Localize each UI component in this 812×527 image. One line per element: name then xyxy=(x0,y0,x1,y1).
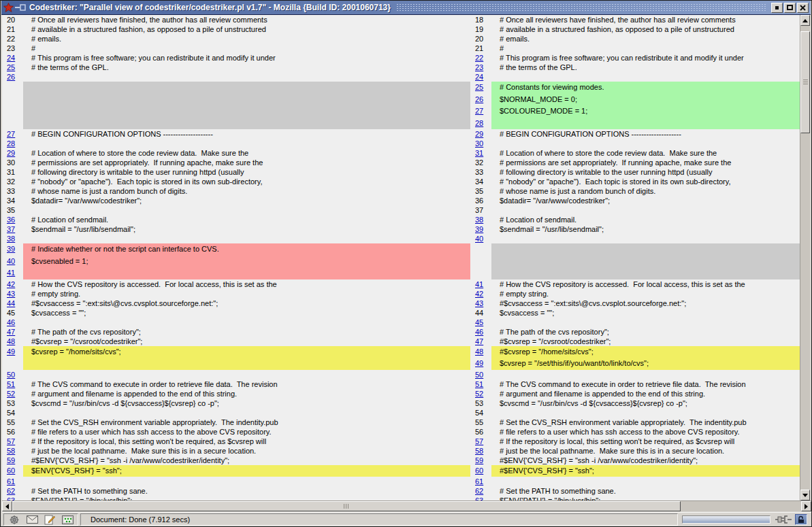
line-number-link[interactable]: 29 xyxy=(2,148,23,158)
line-number-link[interactable]: 25 xyxy=(470,82,491,94)
line-number-link[interactable]: 47 xyxy=(2,327,23,337)
line-number-link[interactable]: 50 xyxy=(2,370,23,379)
scroll-up-button[interactable] xyxy=(800,15,810,26)
diff-row: 45$cvsaccess = ""; xyxy=(2,308,470,318)
line-number-link[interactable]: 36 xyxy=(2,215,23,224)
horizontal-scrollbar[interactable] xyxy=(2,500,811,511)
line-number-link[interactable]: 59 xyxy=(2,456,23,465)
line-number-link[interactable]: 30 xyxy=(470,139,491,148)
line-number-link[interactable]: 62 xyxy=(470,486,491,496)
line-number-link[interactable]: 26 xyxy=(470,94,491,106)
scroll-right-button[interactable] xyxy=(801,501,811,511)
line-number-link[interactable]: 41 xyxy=(470,279,491,289)
line-number-link[interactable]: 26 xyxy=(2,72,23,82)
code-text: #$cvsrep = "/home/sits/cvs"; xyxy=(491,346,801,358)
online-indicator[interactable] xyxy=(775,515,792,524)
line-number-link[interactable]: 57 xyxy=(470,437,491,446)
line-number-link[interactable]: 40 xyxy=(2,256,23,268)
vertical-scrollbar[interactable] xyxy=(800,15,810,500)
line-number-link[interactable]: 52 xyxy=(470,389,491,398)
line-number-link[interactable]: 41 xyxy=(2,267,23,279)
code-text: $cvscmd = "/usr/bin/cvs -d ${cvsaccess}$… xyxy=(491,398,801,408)
code-text xyxy=(23,118,470,130)
line-number-link[interactable]: 60 xyxy=(470,465,491,477)
line-number-link[interactable]: 23 xyxy=(470,63,491,72)
line-number-link[interactable]: 44 xyxy=(2,299,23,308)
line-number-link[interactable]: 25 xyxy=(2,63,23,72)
line-number-link[interactable]: 39 xyxy=(470,224,491,234)
line-number-link[interactable]: 47 xyxy=(470,337,491,346)
navigator-button[interactable] xyxy=(7,515,21,525)
code-text: # Indicate whether or not the script can… xyxy=(23,243,470,256)
horizontal-scrollbar-thumb[interactable] xyxy=(12,501,681,511)
line-number: 34 xyxy=(2,196,23,205)
line-number-link[interactable]: 49 xyxy=(2,346,23,358)
mail-button[interactable] xyxy=(25,515,39,525)
code-text xyxy=(491,118,801,130)
line-number-link[interactable]: 39 xyxy=(2,243,23,256)
line-number-link[interactable]: 31 xyxy=(470,148,491,158)
line-number: 55 xyxy=(2,418,23,427)
line-number-link[interactable]: 42 xyxy=(2,279,23,289)
code-text: # Constants for viewing modes. xyxy=(491,82,801,94)
line-number-link[interactable]: 40 xyxy=(470,234,491,243)
security-button[interactable] xyxy=(795,514,807,525)
diff-row: 50 xyxy=(470,370,801,379)
line-number-link[interactable]: 45 xyxy=(470,318,491,327)
line-number-link[interactable]: 48 xyxy=(470,346,491,358)
line-number-link[interactable]: 28 xyxy=(470,118,491,130)
line-number-link[interactable]: 46 xyxy=(470,327,491,337)
scroll-down-button[interactable] xyxy=(800,490,810,500)
line-number-link[interactable]: 60 xyxy=(2,465,23,477)
minimize-button[interactable] xyxy=(771,3,783,13)
line-number-link[interactable]: 57 xyxy=(2,437,23,446)
code-text: # Set the CVS_RSH environment variable a… xyxy=(23,418,470,427)
addressbook-button[interactable] xyxy=(61,515,74,525)
diff-row: 24 xyxy=(470,72,801,82)
line-number-link[interactable]: 51 xyxy=(470,379,491,389)
code-text xyxy=(491,234,801,243)
line-number-link[interactable]: 58 xyxy=(2,446,23,456)
diff-row xyxy=(2,82,470,94)
line-number-link[interactable]: 38 xyxy=(470,215,491,224)
line-number-link[interactable]: 27 xyxy=(2,129,23,139)
code-text: $cvsrep = "/set/this/if/you/want/to/link… xyxy=(491,358,801,370)
diff-row: 63$ENV{'PATH'} = "/bin:/usr/bin"; xyxy=(470,496,801,500)
line-number-link[interactable]: 38 xyxy=(2,234,23,243)
code-text: # "nobody" or "apache"). Each topic is s… xyxy=(491,177,801,186)
line-number-link[interactable]: 22 xyxy=(470,53,491,63)
line-number-link[interactable]: 62 xyxy=(2,486,23,496)
line-number-link[interactable]: 63 xyxy=(470,496,491,500)
line-number-link[interactable]: 51 xyxy=(2,379,23,389)
line-number-link[interactable]: 50 xyxy=(470,370,491,379)
line-number-link[interactable]: 61 xyxy=(470,477,491,486)
line-number-link[interactable]: 63 xyxy=(2,496,23,500)
line-number-link[interactable]: 24 xyxy=(2,53,23,63)
diff-row xyxy=(470,243,801,256)
code-text: # whose name is just a random bunch of d… xyxy=(23,186,470,196)
diff-row xyxy=(2,105,470,118)
scroll-left-button[interactable] xyxy=(2,501,12,511)
line-number-link[interactable]: 61 xyxy=(2,477,23,486)
line-number-link[interactable]: 27 xyxy=(470,105,491,118)
line-number-link[interactable]: 37 xyxy=(2,224,23,234)
line-number-link[interactable]: 52 xyxy=(2,389,23,398)
line-number-link[interactable]: 49 xyxy=(470,358,491,370)
line-number-link[interactable]: 28 xyxy=(2,139,23,148)
diff-row: 38 xyxy=(2,234,470,243)
close-button[interactable] xyxy=(797,3,809,13)
line-number-link[interactable]: 46 xyxy=(2,318,23,327)
line-number-link[interactable]: 43 xyxy=(470,299,491,308)
line-number-link[interactable]: 59 xyxy=(470,456,491,465)
line-number-link[interactable]: 43 xyxy=(2,289,23,299)
line-number-link[interactable]: 48 xyxy=(2,337,23,346)
line-number-link[interactable]: 24 xyxy=(470,72,491,82)
line-number-link[interactable]: 58 xyxy=(470,446,491,456)
code-text: # following directory is writable to the… xyxy=(23,167,470,177)
vertical-scrollbar-thumb[interactable] xyxy=(800,31,810,133)
maximize-button[interactable] xyxy=(784,3,796,13)
line-number-link[interactable]: 29 xyxy=(470,129,491,139)
line-number-link[interactable]: 42 xyxy=(470,289,491,299)
composer-button[interactable] xyxy=(43,515,56,525)
code-text: # available in a structured fashion, as … xyxy=(491,24,801,34)
